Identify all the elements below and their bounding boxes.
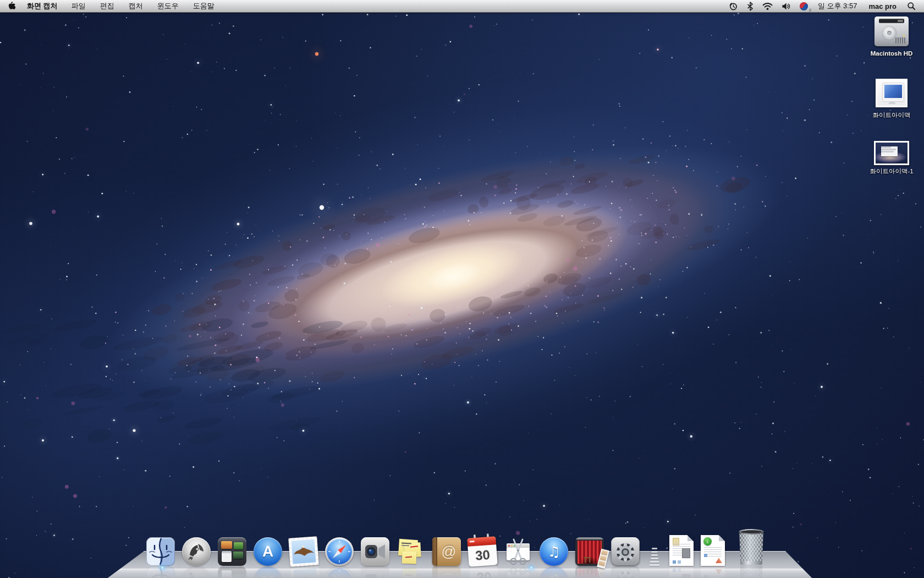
input-source-badge: 2 <box>809 8 811 12</box>
spotlight-icon <box>907 2 916 10</box>
running-indicator-grab <box>529 566 534 569</box>
dock: A <box>146 531 764 566</box>
mail-dock-icon[interactable] <box>288 536 319 567</box>
input-source-menu[interactable]: 2 <box>796 0 812 12</box>
eagle-icon <box>288 536 319 567</box>
wifi-menu[interactable] <box>758 0 777 12</box>
menu-item-edit[interactable]: 편집 <box>93 0 122 12</box>
finder-dock-icon[interactable] <box>146 537 175 566</box>
facetime-dock-icon[interactable] <box>361 537 389 566</box>
at-glyph: @ <box>432 537 461 566</box>
launchpad-dock-icon[interactable] <box>182 537 211 566</box>
korean-flag-icon <box>800 2 808 10</box>
spotlight-menu[interactable] <box>903 0 920 12</box>
wifi-icon <box>762 2 773 10</box>
dock-separator <box>648 546 661 566</box>
stickies-dock-icon[interactable] <box>397 537 425 566</box>
system-preferences-dock-icon[interactable] <box>611 537 640 566</box>
menu-item-file[interactable]: 파일 <box>64 0 93 12</box>
document-dock-icon[interactable] <box>669 535 694 566</box>
menu-item-capture[interactable]: 캡처 <box>122 0 150 12</box>
video-camera-icon <box>364 541 386 563</box>
wallpaper-stars <box>0 0 924 578</box>
download-badge-icon: ↓ <box>703 537 712 546</box>
bluetooth-menu[interactable] <box>743 0 757 12</box>
document-download-dock-icon[interactable]: ↓ <box>701 535 725 566</box>
desktop-icon-label: 화이트아이맥-1 <box>861 167 922 176</box>
trash-mesh <box>739 531 764 565</box>
desktop-icon-macintosh-hd[interactable]: Macintosh HD <box>861 17 922 57</box>
menu-app-name[interactable]: 화면 캡처 <box>20 0 64 12</box>
hard-drive-icon <box>875 17 909 46</box>
menu-item-window[interactable]: 윈도우 <box>150 0 186 12</box>
image-file-icon <box>874 141 909 165</box>
app-store-dock-icon[interactable]: A <box>254 537 282 566</box>
ical-dock-icon[interactable]: 30 <box>467 536 498 567</box>
desktop-icon-white-imac[interactable]: 화이트아이맥 <box>861 79 922 119</box>
image-file-icon <box>876 79 908 107</box>
time-machine-menu[interactable] <box>725 0 742 12</box>
volume-menu[interactable] <box>778 0 795 12</box>
volume-icon <box>782 2 791 10</box>
photo-booth-dock-icon[interactable] <box>575 537 604 566</box>
apple-logo-icon <box>8 2 15 10</box>
time-machine-icon <box>729 2 738 11</box>
bluetooth-icon <box>747 2 754 11</box>
menu-user[interactable]: mac pro <box>863 0 902 12</box>
running-indicator-finder <box>160 566 164 569</box>
trash-dock-icon[interactable] <box>739 531 764 565</box>
safari-dock-icon[interactable] <box>325 537 354 566</box>
menu-clock[interactable]: 일 오후 3:57 <box>813 0 862 12</box>
desktop-icon-white-imac-1[interactable]: 화이트아이맥-1 <box>861 141 922 176</box>
menu-bar: 화면 캡처 파일 편집 캡처 윈도우 도움말 <box>0 0 924 13</box>
stool <box>584 557 591 563</box>
scissors-icon <box>504 537 532 566</box>
desktop-icon-label: 화이트아이맥 <box>861 111 922 119</box>
address-book-dock-icon[interactable]: @ <box>432 537 461 566</box>
grab-dock-icon[interactable] <box>504 537 532 566</box>
compass-face <box>327 539 352 564</box>
gears-icon <box>613 539 638 564</box>
menu-item-help[interactable]: 도움말 <box>186 0 222 12</box>
music-note-glyph: ♫ <box>540 537 568 566</box>
itunes-dock-icon[interactable]: ♫ <box>540 537 568 566</box>
desktop-icon-label: Macintosh HD <box>861 50 922 57</box>
mission-control-dock-icon[interactable] <box>218 537 246 566</box>
calendar-day: 30 <box>468 544 498 567</box>
apple-menu[interactable] <box>0 0 20 12</box>
app-store-letter: A <box>254 537 282 566</box>
